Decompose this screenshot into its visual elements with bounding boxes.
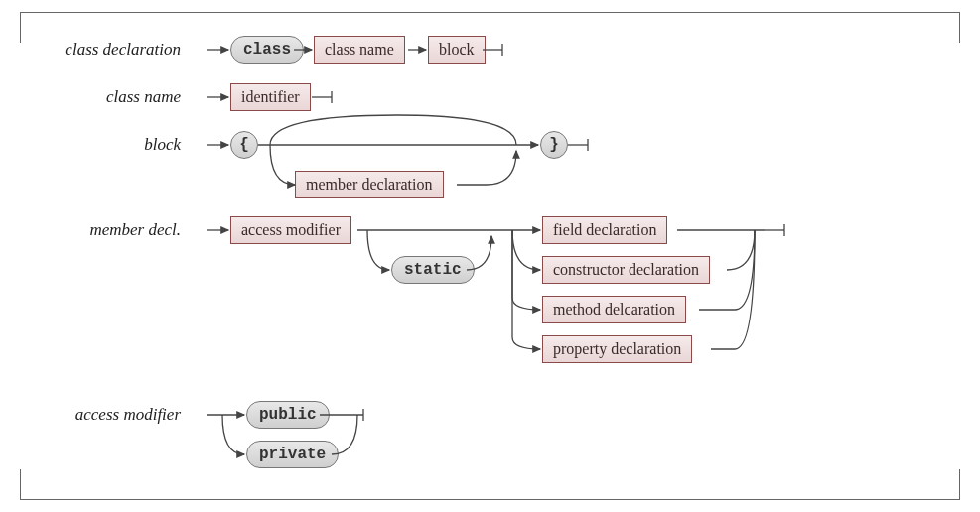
railroad-connectors — [0, 0, 980, 512]
syntax-diagram-figure: class declaration class name block membe… — [0, 0, 980, 512]
